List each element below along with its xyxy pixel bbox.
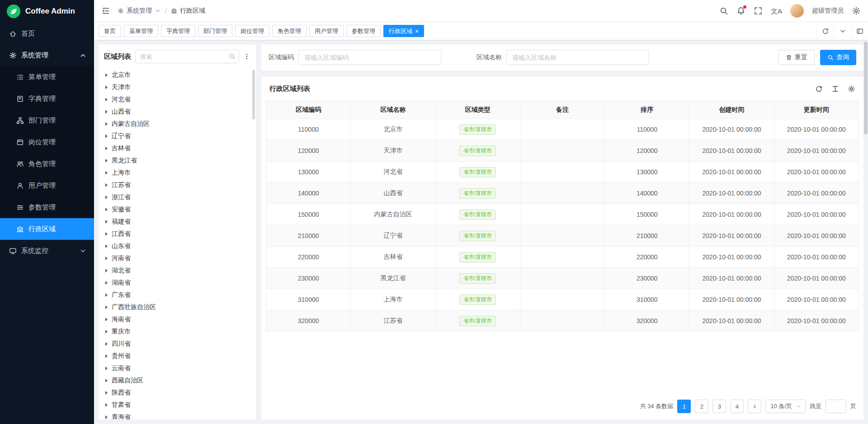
tree-item[interactable]: 北京市 bbox=[99, 69, 256, 81]
caret-right-icon[interactable] bbox=[105, 147, 108, 150]
tree-item[interactable]: 海南省 bbox=[99, 313, 256, 325]
search-icon[interactable] bbox=[229, 53, 236, 60]
next-page-button[interactable] bbox=[748, 400, 761, 413]
caret-right-icon[interactable] bbox=[105, 342, 108, 346]
tree-item[interactable]: 青海省 bbox=[99, 411, 256, 419]
tree-item[interactable]: 河北省 bbox=[99, 93, 256, 105]
tree-item[interactable]: 江苏省 bbox=[99, 179, 256, 191]
tree-item[interactable]: 江西省 bbox=[99, 228, 256, 240]
density-icon[interactable] bbox=[831, 85, 839, 93]
tree-item[interactable]: 浙江省 bbox=[99, 191, 256, 203]
caret-right-icon[interactable] bbox=[105, 354, 108, 358]
sidebar-group-system[interactable]: 系统管理 bbox=[0, 44, 94, 66]
page-button[interactable]: 2 bbox=[695, 400, 708, 413]
logo[interactable]: Coffee Admin bbox=[0, 0, 94, 23]
tree-item[interactable]: 湖北省 bbox=[99, 264, 256, 276]
caret-right-icon[interactable] bbox=[105, 403, 108, 407]
caret-right-icon[interactable] bbox=[105, 318, 108, 321]
tab[interactable]: 角色管理 × bbox=[272, 25, 307, 37]
tab[interactable]: 岗位管理 × bbox=[235, 25, 269, 37]
caret-right-icon[interactable] bbox=[105, 110, 108, 114]
caret-right-icon[interactable] bbox=[105, 269, 108, 272]
translate-icon[interactable]: 文A bbox=[771, 8, 782, 14]
tab[interactable]: 参数管理 × bbox=[346, 25, 381, 37]
settings-drawer-button[interactable] bbox=[852, 6, 861, 15]
tree-item[interactable]: 安徽省 bbox=[99, 203, 256, 215]
region-code-input[interactable] bbox=[298, 50, 441, 65]
sidebar-item-department-management[interactable]: 部门管理 bbox=[0, 110, 94, 131]
tree-item[interactable]: 吉林省 bbox=[99, 142, 256, 154]
tab[interactable]: 部门管理 × bbox=[198, 25, 232, 37]
sidebar-item-home[interactable]: 首页 bbox=[0, 23, 94, 44]
tab[interactable]: 首页 × bbox=[99, 25, 121, 37]
tree-item[interactable]: 上海市 bbox=[99, 167, 256, 179]
main-scrollbar-thumb[interactable] bbox=[864, 42, 868, 134]
notifications-button[interactable] bbox=[736, 6, 745, 15]
caret-right-icon[interactable] bbox=[105, 183, 108, 187]
caret-right-icon[interactable] bbox=[105, 330, 108, 333]
tab-close-icon[interactable]: × bbox=[415, 28, 419, 34]
tree-item[interactable]: 湖南省 bbox=[99, 276, 256, 289]
caret-right-icon[interactable] bbox=[105, 208, 108, 211]
caret-right-icon[interactable] bbox=[105, 195, 108, 199]
page-size-select[interactable]: 10 条/页 bbox=[765, 400, 806, 413]
tabs-dropdown-button[interactable] bbox=[834, 22, 851, 40]
tab[interactable]: 用户管理 × bbox=[309, 25, 344, 37]
sidebar-item-post-management[interactable]: 岗位管理 bbox=[0, 131, 94, 153]
caret-right-icon[interactable] bbox=[105, 98, 108, 101]
tree-item[interactable]: 甘肃省 bbox=[99, 399, 256, 411]
tree-item[interactable]: 广西壮族自治区 bbox=[99, 301, 256, 313]
caret-right-icon[interactable] bbox=[105, 379, 108, 382]
caret-right-icon[interactable] bbox=[105, 73, 108, 77]
caret-right-icon[interactable] bbox=[105, 244, 108, 248]
sidebar-item-menu-management[interactable]: 菜单管理 bbox=[0, 66, 94, 88]
tree-item[interactable]: 内蒙古自治区 bbox=[99, 118, 256, 130]
tree-item[interactable]: 重庆市 bbox=[99, 325, 256, 338]
fullscreen-button[interactable] bbox=[754, 6, 763, 15]
tab[interactable]: 菜单管理 × bbox=[124, 25, 158, 37]
tree-item[interactable]: 四川省 bbox=[99, 338, 256, 350]
user-name[interactable]: 超级管理员 bbox=[812, 7, 844, 15]
caret-right-icon[interactable] bbox=[105, 86, 108, 89]
tree-item[interactable]: 天津市 bbox=[99, 81, 256, 93]
search-button[interactable]: 查询 bbox=[820, 50, 856, 65]
caret-right-icon[interactable] bbox=[105, 134, 108, 138]
tree-item[interactable]: 贵州省 bbox=[99, 350, 256, 362]
tab[interactable]: 字典管理 × bbox=[161, 25, 195, 37]
sidebar-item-dictionary-management[interactable]: 字典管理 bbox=[0, 88, 94, 110]
sidebar-item-user-management[interactable]: 用户管理 bbox=[0, 175, 94, 196]
header-search-button[interactable] bbox=[719, 6, 728, 15]
reset-button[interactable]: 重置 bbox=[778, 50, 815, 65]
page-button[interactable]: 1 bbox=[677, 400, 691, 413]
caret-right-icon[interactable] bbox=[105, 281, 108, 285]
avatar[interactable] bbox=[790, 4, 804, 18]
caret-right-icon[interactable] bbox=[105, 305, 108, 309]
sidebar-toggle-button[interactable] bbox=[101, 6, 110, 15]
tree-item[interactable]: 黑龙江省 bbox=[99, 154, 256, 167]
tree-item[interactable]: 福建省 bbox=[99, 215, 256, 228]
gear-icon[interactable] bbox=[848, 85, 855, 93]
caret-right-icon[interactable] bbox=[105, 220, 108, 224]
refresh-icon[interactable] bbox=[815, 85, 823, 93]
region-search-input[interactable] bbox=[135, 50, 239, 63]
caret-right-icon[interactable] bbox=[105, 171, 108, 175]
content-fullscreen-button[interactable] bbox=[851, 22, 868, 40]
tree-item[interactable]: 广东省 bbox=[99, 289, 256, 301]
refresh-tabs-button[interactable] bbox=[816, 22, 834, 40]
caret-right-icon[interactable] bbox=[105, 159, 108, 162]
tree-item[interactable]: 云南省 bbox=[99, 362, 256, 374]
tree-item[interactable]: 陕西省 bbox=[99, 386, 256, 399]
caret-right-icon[interactable] bbox=[105, 415, 108, 419]
caret-right-icon[interactable] bbox=[105, 122, 108, 126]
breadcrumb-system[interactable]: 系统管理 bbox=[118, 7, 161, 15]
tree-item[interactable]: 山西省 bbox=[99, 105, 256, 118]
sidebar-group-monitor[interactable]: 系统监控 bbox=[0, 240, 94, 262]
jump-page-input[interactable] bbox=[826, 400, 846, 413]
caret-right-icon[interactable] bbox=[105, 232, 108, 236]
page-button[interactable]: 3 bbox=[712, 400, 726, 413]
tree-item[interactable]: 山东省 bbox=[99, 240, 256, 252]
caret-right-icon[interactable] bbox=[105, 257, 108, 260]
tab[interactable]: 行政区域 × bbox=[383, 25, 424, 37]
sidebar-item-parameter-management[interactable]: 参数管理 bbox=[0, 196, 94, 218]
region-name-input[interactable] bbox=[506, 50, 649, 65]
